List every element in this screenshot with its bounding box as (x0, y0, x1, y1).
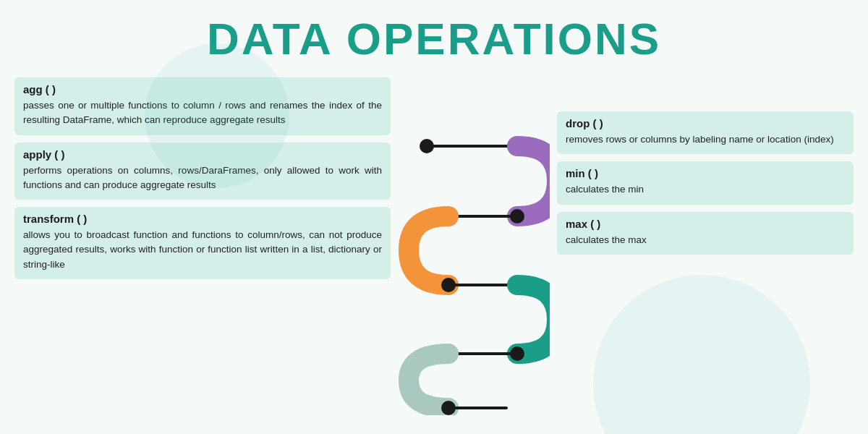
card-drop: drop ( ) removes rows or columns by labe… (557, 111, 854, 154)
card-drop-title: drop ( ) (566, 117, 845, 129)
card-min-title: min ( ) (566, 167, 845, 179)
card-max-desc: calculates the max (566, 233, 845, 247)
svg-point-8 (510, 346, 524, 361)
svg-point-6 (510, 209, 524, 224)
card-transform: transform ( ) allows you to broadcast fu… (14, 207, 391, 279)
card-transform-title: transform ( ) (23, 213, 382, 225)
page-title: DATA OPERATIONS (0, 0, 868, 72)
card-drop-desc: removes rows or columns by labeling name… (566, 132, 845, 147)
card-min-desc: calculates the min (566, 182, 845, 197)
center-diagram (391, 72, 550, 426)
card-transform-desc: allows you to broadcast function and fun… (23, 228, 382, 272)
svg-point-7 (441, 278, 456, 292)
card-max-title: max ( ) (566, 218, 845, 230)
snake-diagram (391, 82, 550, 415)
svg-point-5 (420, 139, 434, 153)
svg-point-9 (441, 401, 456, 415)
card-min: min ( ) calculates the min (557, 161, 854, 204)
card-max: max ( ) calculates the max (557, 212, 854, 255)
